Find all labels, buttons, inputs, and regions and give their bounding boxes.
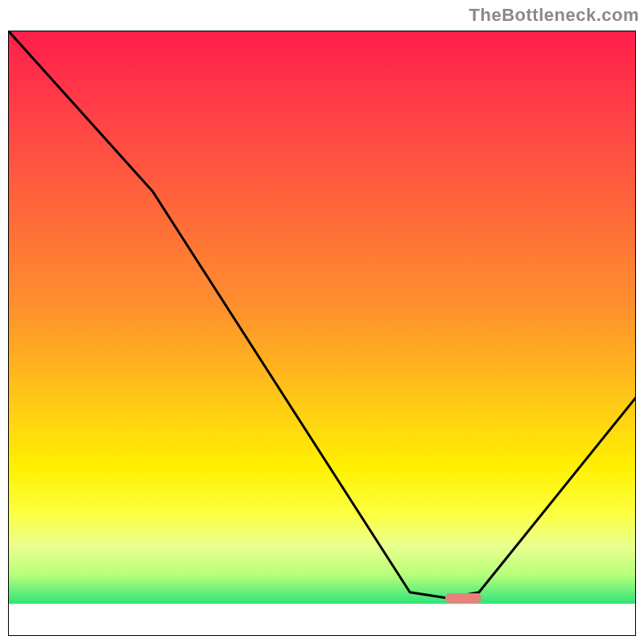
attribution-label: TheBottleneck.com [469, 5, 639, 26]
chart-border [8, 31, 636, 636]
chart-frame [8, 31, 636, 636]
